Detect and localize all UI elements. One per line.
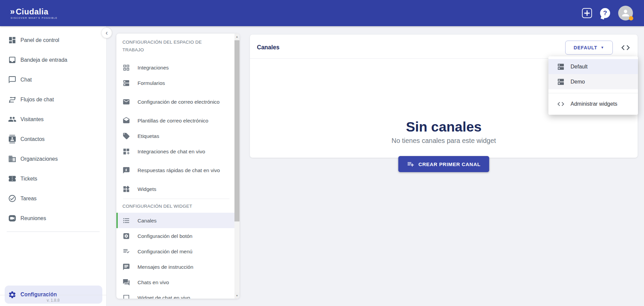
- cfg-item-plantillas-correo[interactable]: Plantillas de correo electrónico: [122, 113, 234, 128]
- topbar: » Ciudalia DISCOVER WHAT'S POSSIBLE ?: [0, 0, 644, 26]
- panel-scrollbar[interactable]: ▲ ▼: [234, 34, 239, 299]
- sidebar-item-label: Reuniones: [20, 215, 46, 221]
- instruction-messages-icon: [122, 263, 130, 271]
- chat-bubble-icon: [8, 75, 16, 84]
- sidebar-item-tareas[interactable]: Tareas: [0, 189, 106, 208]
- code-icon: [557, 100, 565, 108]
- sidebar-item-reuniones[interactable]: Reuniones: [0, 208, 106, 228]
- cfg-item-label: Chats en vivo: [138, 278, 169, 287]
- add-widget-icon[interactable]: [582, 8, 592, 18]
- scrollbar-thumb[interactable]: [234, 40, 239, 221]
- workspace-settings-header: CONFIGURACIÓN DEL ESPACIO DE TRABAJO: [122, 38, 206, 54]
- cfg-item-configuracion-correo[interactable]: Configuración de correo electrónico: [122, 91, 234, 113]
- menu-settings-icon: [122, 248, 130, 255]
- create-first-channel-button[interactable]: CREAR PRIMER CANAL: [398, 156, 489, 172]
- menu-item-label: Default: [571, 64, 588, 70]
- widget-dropdown-menu: Default Demo Administrar widgets: [548, 56, 638, 115]
- chevron-down-icon: ▼: [601, 46, 604, 49]
- sidebar-item-contactos[interactable]: Contactos: [0, 129, 106, 149]
- widget-selector-label: DEFAULT: [574, 45, 597, 50]
- help-bubble-tail: [601, 15, 605, 20]
- mail-open-icon: [122, 117, 130, 124]
- widget-settings-header: CONFIGURACIÓN DEL WIDGET: [122, 202, 234, 210]
- cfg-item-label: Mensajes de instrucción: [138, 263, 193, 271]
- cfg-item-label: Canales: [138, 216, 157, 225]
- people-icon: [8, 115, 16, 123]
- sidebar-item-label: Flujos de chat: [20, 97, 54, 103]
- cfg-item-mensajes-instruccion[interactable]: Mensajes de instrucción: [122, 259, 234, 274]
- cfg-item-label: Integraciones: [138, 63, 169, 72]
- code-icon[interactable]: [621, 43, 631, 53]
- menu-item-administrar-widgets[interactable]: Administrar widgets: [548, 97, 638, 111]
- cfg-item-widgets[interactable]: Widgets: [122, 181, 234, 197]
- app-window: » Ciudalia DISCOVER WHAT'S POSSIBLE ? Pa…: [0, 0, 644, 306]
- widget-selector-button[interactable]: DEFAULT ▼: [565, 41, 613, 55]
- sidebar-item-bandeja-de-entrada[interactable]: Bandeja de entrada: [0, 50, 106, 70]
- forms-icon: [122, 79, 130, 87]
- sidebar-item-label: Tareas: [20, 196, 37, 202]
- sidebar-item-label: Organizaciones: [20, 156, 58, 162]
- sidebar-item-label: Visitantes: [20, 116, 44, 122]
- sidebar-item-visitantes[interactable]: Visitantes: [0, 109, 106, 129]
- brand-tagline: DISCOVER WHAT'S POSSIBLE: [11, 17, 58, 19]
- panel-divider: [123, 199, 229, 199]
- help-icon[interactable]: ?: [600, 8, 610, 18]
- button-settings-icon: [122, 232, 130, 240]
- sidebar-item-panel-de-control[interactable]: Panel de control: [0, 30, 106, 50]
- cfg-item-label: Plantillas de correo electrónico: [138, 116, 208, 125]
- cfg-item-label: Widgets: [138, 185, 156, 193]
- menu-divider: [548, 93, 638, 93]
- menu-item-default[interactable]: Default: [548, 59, 638, 74]
- brand-logo: » Ciudalia DISCOVER WHAT'S POSSIBLE: [10, 7, 58, 19]
- tag-icon: [122, 132, 130, 140]
- cfg-item-label: Configuración del menú: [138, 247, 193, 256]
- sidebar-item-chat[interactable]: Chat: [0, 70, 106, 90]
- app-version: v. 1.8.8: [0, 295, 106, 306]
- cfg-item-integraciones[interactable]: Integraciones: [122, 60, 234, 75]
- page-title: Canales: [257, 44, 279, 51]
- quick-reply-icon: [122, 166, 130, 174]
- cfg-item-label: Respuestas rápidas de chat en vivo: [138, 166, 220, 174]
- menu-item-demo[interactable]: Demo: [548, 74, 638, 89]
- cfg-item-integraciones-chat-vivo[interactable]: Integraciones de chat en vivo: [122, 144, 234, 159]
- cfg-item-formularios[interactable]: Formularios: [122, 75, 234, 91]
- menu-item-label: Demo: [571, 79, 585, 85]
- mail-icon: [122, 98, 130, 106]
- brand-mark-icon: »: [10, 7, 15, 16]
- cfg-item-canales[interactable]: Canales: [116, 213, 239, 228]
- cfg-item-etiquetas[interactable]: Etiquetas: [122, 128, 234, 144]
- cfg-item-configuracion-boton[interactable]: Configuración del botón: [122, 228, 234, 244]
- cfg-item-label: Configuración del botón: [138, 232, 193, 240]
- sidebar-collapse-button[interactable]: ‹: [101, 28, 112, 38]
- server-icon: [557, 78, 565, 86]
- sidebar-item-flujos-de-chat[interactable]: Flujos de chat: [0, 90, 106, 109]
- cfg-item-label: Integraciones de chat en vivo: [138, 147, 205, 156]
- grid-plus-icon: [122, 148, 130, 155]
- empty-state-subtitle: No tienes canales para este widget: [250, 136, 638, 145]
- menu-item-label: Administrar widgets: [571, 101, 618, 107]
- topbar-actions: ?: [582, 6, 633, 20]
- sidebar-item-label: Chat: [20, 77, 32, 83]
- widgets-icon: [122, 185, 130, 193]
- help-glyph: ?: [603, 9, 607, 17]
- building-icon: [8, 155, 16, 163]
- sidebar-item-label: Panel de control: [20, 37, 59, 43]
- sidebar-item-label: Contactos: [20, 136, 45, 142]
- sidebar-item-organizaciones[interactable]: Organizaciones: [0, 149, 106, 169]
- cfg-item-respuestas-rapidas[interactable]: Respuestas rápidas de chat en vivo: [122, 159, 234, 181]
- grid-icon: [122, 64, 130, 71]
- scroll-down-icon[interactable]: ▼: [234, 293, 239, 299]
- widget-frame-icon: [122, 294, 130, 299]
- dashboard-icon: [8, 36, 16, 44]
- user-avatar[interactable]: [618, 6, 633, 20]
- cfg-item-configuracion-menu[interactable]: Configuración del menú: [122, 244, 234, 259]
- sidebar-divider: [7, 232, 100, 232]
- cfg-item-chats-en-vivo[interactable]: Chats en vivo: [122, 274, 234, 290]
- cfg-item-label: Etiquetas: [138, 132, 159, 140]
- online-status-dot: [629, 16, 633, 20]
- sidebar-item-tickets[interactable]: Tickets: [0, 169, 106, 189]
- empty-state-title: Sin canales: [250, 119, 638, 135]
- scroll-up-icon[interactable]: ▲: [234, 34, 239, 40]
- inbox-icon: [8, 56, 16, 64]
- cfg-item-widget-chat-vivo[interactable]: Widget de chat en vivo: [122, 290, 234, 299]
